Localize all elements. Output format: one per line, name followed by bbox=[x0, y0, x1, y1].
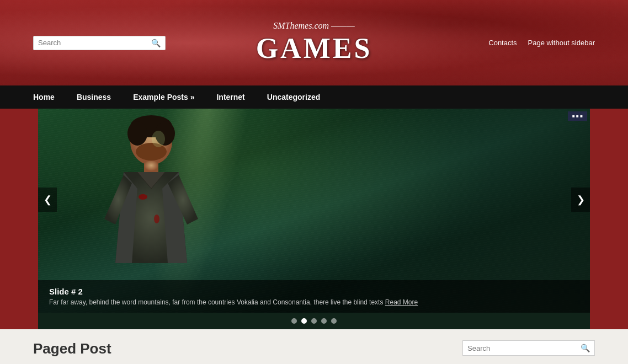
slider-next-button[interactable]: ❯ bbox=[571, 188, 590, 212]
slider-dots bbox=[38, 313, 590, 329]
sidebar-search-input[interactable] bbox=[467, 344, 581, 352]
slider-dot-2[interactable] bbox=[301, 318, 307, 324]
read-more-link[interactable]: Read More bbox=[385, 298, 418, 306]
page-without-sidebar-link[interactable]: Page without sidebar bbox=[528, 39, 595, 47]
main-content: Paged Post bbox=[33, 340, 446, 357]
nav-bar: Home Business Example Posts » Internet U… bbox=[0, 85, 628, 109]
logo-area: SMThemes.com ——— GAMES bbox=[256, 21, 372, 65]
slider-dot-4[interactable] bbox=[321, 318, 327, 324]
slide-text: Far far away, behind the word mountains,… bbox=[49, 298, 579, 306]
svg-point-7 bbox=[154, 215, 159, 223]
slide-title: Slide # 2 bbox=[49, 287, 579, 296]
nav-home[interactable]: Home bbox=[33, 86, 66, 108]
header-search-box: 🔍 bbox=[33, 36, 166, 50]
nav-business[interactable]: Business bbox=[66, 86, 122, 108]
logo-title: GAMES bbox=[256, 32, 372, 65]
header-search-input[interactable] bbox=[38, 39, 151, 47]
logo-subtitle: SMThemes.com ——— bbox=[256, 21, 372, 31]
slider-dot-1[interactable] bbox=[291, 318, 297, 324]
prev-icon: ❮ bbox=[44, 194, 52, 206]
nav-internet[interactable]: Internet bbox=[205, 86, 256, 108]
header-search-button[interactable]: 🔍 bbox=[151, 39, 161, 47]
slider-dot-5[interactable] bbox=[331, 318, 337, 324]
slider-caption: Slide # 2 Far far away, behind the word … bbox=[38, 280, 590, 313]
bottom-section: Paged Post 🔍 bbox=[0, 329, 628, 364]
paged-post-title: Paged Post bbox=[33, 340, 446, 357]
slider-dot-3[interactable] bbox=[311, 318, 317, 324]
slider: ■ ■ ■ Slide # 2 Far far away, behind the… bbox=[38, 109, 590, 329]
contacts-link[interactable]: Contacts bbox=[488, 39, 517, 47]
sidebar-search-box: 🔍 bbox=[462, 340, 595, 356]
sidebar-search: 🔍 bbox=[462, 340, 595, 356]
nav-example-posts[interactable]: Example Posts » bbox=[122, 86, 205, 108]
corner-badge: ■ ■ ■ bbox=[568, 111, 587, 121]
svg-rect-5 bbox=[144, 161, 158, 172]
character-svg bbox=[71, 109, 226, 296]
nav-uncategorized[interactable]: Uncategorized bbox=[256, 86, 331, 108]
svg-point-6 bbox=[139, 194, 147, 200]
svg-point-2 bbox=[127, 121, 147, 146]
header-nav: Contacts Page without sidebar bbox=[488, 39, 595, 47]
svg-point-8 bbox=[152, 131, 165, 147]
next-icon: ❯ bbox=[577, 194, 585, 206]
sidebar-search-button[interactable]: 🔍 bbox=[581, 344, 590, 352]
slider-image: ■ ■ ■ Slide # 2 Far far away, behind the… bbox=[38, 109, 590, 313]
header: 🔍 SMThemes.com ——— GAMES Contacts Page w… bbox=[0, 0, 628, 85]
slider-prev-button[interactable]: ❮ bbox=[38, 188, 57, 212]
